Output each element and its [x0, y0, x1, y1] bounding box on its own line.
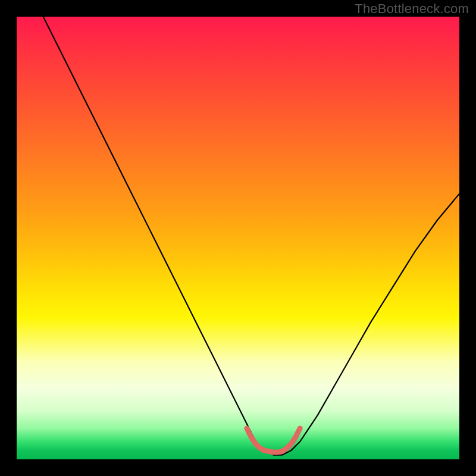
plot-area [17, 17, 459, 459]
watermark-text: TheBottleneck.com [355, 1, 469, 17]
chart-frame: TheBottleneck.com [0, 0, 476, 476]
optimum-highlight-line [247, 428, 300, 452]
bottleneck-curve-line [43, 17, 459, 455]
chart-svg [17, 17, 459, 459]
series-group [43, 17, 459, 455]
